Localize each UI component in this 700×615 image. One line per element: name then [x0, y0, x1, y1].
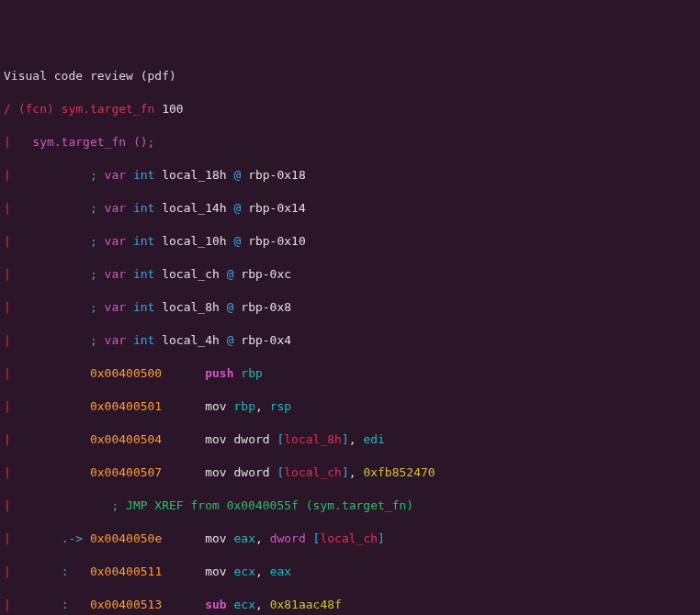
- asm-line: | : 0x00400513 sub ecx, 0x81aac48f: [4, 597, 696, 613]
- xref-comment: | ; JMP XREF from 0x0040055f (sym.target…: [4, 498, 696, 514]
- var-decl: | ; var int local_8h @ rbp-0x8: [4, 299, 696, 316]
- var-decl: | ; var int local_18h @ rbp-0x18: [4, 167, 696, 184]
- asm-line: | 0x00400507 mov dword [local_ch], 0xfb8…: [4, 464, 696, 481]
- asm-line: | 0x00400504 mov dword [local_8h], edi: [4, 431, 696, 448]
- fcn-signature: | sym.target_fn ();: [4, 134, 696, 151]
- var-decl: | ; var int local_14h @ rbp-0x14: [4, 200, 696, 217]
- var-decl: | ; var int local_4h @ rbp-0x4: [4, 332, 696, 349]
- asm-line: | : 0x00400511 mov ecx, eax: [4, 564, 696, 580]
- asm-line: | .-> 0x0040050e mov eax, dword [local_c…: [4, 531, 696, 547]
- var-decl: | ; var int local_ch @ rbp-0xc: [4, 266, 696, 283]
- var-decl: | ; var int local_10h @ rbp-0x10: [4, 233, 696, 250]
- asm-line: | 0x00400500 push rbp: [4, 365, 696, 382]
- title: Visual code review (pdf): [4, 68, 696, 84]
- fcn-header: / (fcn) sym.target_fn 100: [4, 101, 696, 117]
- asm-line: | 0x00400501 mov rbp, rsp: [4, 398, 696, 415]
